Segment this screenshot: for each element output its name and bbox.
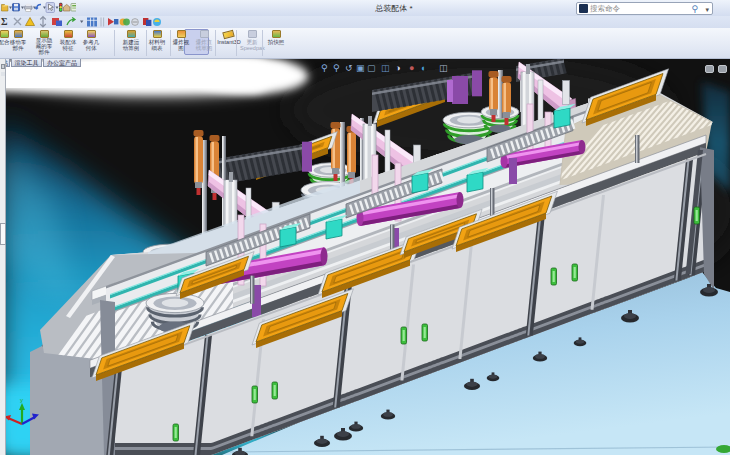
svg-text:Σ: Σ	[1, 16, 8, 27]
svg-text:y: y	[20, 397, 23, 403]
